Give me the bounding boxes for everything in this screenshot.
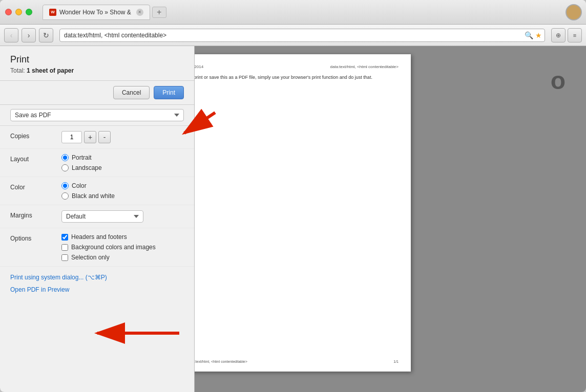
headers-footers-checkbox[interactable] <box>61 234 68 241</box>
color-label: Color <box>10 182 56 191</box>
print-links: Print using system dialog... (⌥⌘P) Open … <box>0 267 194 300</box>
bg-colors-option[interactable]: Background colors and images <box>61 244 184 251</box>
back-button[interactable]: ‹ <box>4 28 18 42</box>
bw-option[interactable]: Black and white <box>61 192 184 200</box>
preview-footer-page: 1/1 <box>393 360 399 363</box>
color-option-label: Color <box>72 182 87 189</box>
zoom-button[interactable]: ⊕ <box>551 28 566 42</box>
sheet-count: 1 sheet of paper <box>27 67 74 74</box>
bg-colors-label: Background colors and images <box>71 244 156 251</box>
close-button[interactable] <box>5 9 12 15</box>
options-row: Options Headers and footers Background c… <box>0 228 194 267</box>
minimize-button[interactable] <box>15 9 22 15</box>
margins-label: Margins <box>10 210 56 219</box>
preview-page-footer: data:text/html, <html contenteditable> 1… <box>187 360 399 363</box>
toolbar-right: ⊕ ≡ <box>551 28 582 42</box>
headers-footers-option[interactable]: Headers and footers <box>61 233 184 241</box>
copies-decrement-button[interactable]: - <box>98 131 111 143</box>
copies-input[interactable] <box>61 131 82 143</box>
copies-label: Copies <box>10 131 56 140</box>
color-radio[interactable] <box>61 182 69 189</box>
landscape-option[interactable]: Landscape <box>61 164 184 171</box>
print-dialog-title: Print <box>10 54 184 65</box>
tab-bar: W Wonder How To » Show & × + <box>43 5 581 20</box>
selection-only-label: Selection only <box>71 254 110 261</box>
preview-footer-url: data:text/html, <html contenteditable> <box>187 360 247 363</box>
selection-only-option[interactable]: Selection only <box>61 254 184 261</box>
browser-toolbar: ‹ › ↻ data:text/html, <html contentedita… <box>0 25 586 46</box>
print-actions: Cancel Print <box>0 81 194 105</box>
tab-close-button[interactable]: × <box>136 9 143 16</box>
landscape-radio[interactable] <box>61 164 69 171</box>
window-controls <box>5 9 32 15</box>
address-bar[interactable]: data:text/html, <html contenteditable> <box>59 29 545 42</box>
address-text: data:text/html, <html contenteditable> <box>64 32 166 39</box>
margins-controls: Default <box>61 210 184 223</box>
portrait-radio[interactable] <box>61 154 69 161</box>
layout-label: Layout <box>10 154 56 163</box>
bg-page-text-right: o <box>540 56 576 105</box>
search-icon[interactable]: 🔍 <box>525 31 533 39</box>
minus-icon: - <box>103 133 106 141</box>
menu-icon: ≡ <box>573 32 576 38</box>
bw-label: Black and white <box>72 192 115 200</box>
print-subtitle: Total: 1 sheet of paper <box>10 67 184 74</box>
cancel-button[interactable]: Cancel <box>113 86 150 99</box>
user-avatar[interactable] <box>566 4 582 20</box>
preview-page: 7/9/2014 data:text/html, <html contented… <box>175 54 411 372</box>
tab-title: Wonder How To » Show & <box>59 9 131 16</box>
portrait-option[interactable]: Portrait <box>61 154 184 161</box>
copies-controls: + - <box>61 131 184 143</box>
print-header: Print Total: 1 sheet of paper <box>0 46 194 81</box>
plus-icon: + <box>88 133 92 141</box>
color-option[interactable]: Color <box>61 182 184 189</box>
layout-controls: Portrait Landscape <box>61 154 184 171</box>
print-button[interactable]: Print <box>154 86 184 99</box>
copies-increment-button[interactable]: + <box>84 131 96 143</box>
new-tab-button[interactable]: + <box>152 7 166 18</box>
headers-footers-label: Headers and footers <box>71 233 127 241</box>
browser-window: W Wonder How To » Show & × + ⤢ ‹ › ↻ dat… <box>0 0 586 392</box>
total-label: Total: <box>10 67 25 74</box>
refresh-icon: ↻ <box>43 31 49 39</box>
menu-button[interactable]: ≡ <box>568 28 582 42</box>
tab-favicon: W <box>49 9 56 16</box>
open-pdf-link[interactable]: Open PDF in Preview <box>10 286 184 293</box>
titlebar: W Wonder How To » Show & × + ⤢ <box>0 0 586 25</box>
preview-page-header: 7/9/2014 data:text/html, <html contented… <box>187 64 399 69</box>
forward-button[interactable]: › <box>22 28 36 42</box>
active-tab[interactable]: W Wonder How To » Show & × <box>43 5 150 20</box>
bw-radio[interactable] <box>61 192 69 200</box>
preview-content: To print or save this as a PDF file, sim… <box>187 74 382 81</box>
margins-row: Margins Default <box>0 205 194 228</box>
destination-select[interactable]: Save as PDF <box>10 109 184 121</box>
copies-row: Copies + - <box>0 126 194 149</box>
refresh-button[interactable]: ↻ <box>39 28 53 42</box>
margins-select[interactable]: Default <box>61 210 143 223</box>
back-icon: ‹ <box>10 31 13 39</box>
portrait-label: Portrait <box>72 154 92 161</box>
print-body: Save as PDF Copies + - <box>0 105 194 392</box>
color-row: Color Color Black and white <box>0 177 194 205</box>
zoom-icon: ⊕ <box>556 32 561 39</box>
destination-section: Save as PDF <box>0 105 194 126</box>
print-dialog: Print Total: 1 sheet of paper Cancel Pri… <box>0 46 195 392</box>
forward-icon: › <box>28 31 30 39</box>
star-icon[interactable]: ★ <box>535 31 542 39</box>
address-bar-container: data:text/html, <html contenteditable> 🔍… <box>59 29 545 42</box>
preview-url: data:text/html, <html contenteditable> <box>330 64 399 69</box>
maximize-button[interactable] <box>26 9 32 15</box>
copies-input-row: + - <box>61 131 184 143</box>
color-controls: Color Black and white <box>61 182 184 200</box>
selection-only-checkbox[interactable] <box>61 254 68 261</box>
system-dialog-link[interactable]: Print using system dialog... (⌥⌘P) <box>10 274 184 281</box>
landscape-label: Landscape <box>72 164 102 171</box>
layout-row: Layout Portrait Landscape <box>0 149 194 177</box>
options-label: Options <box>10 233 56 242</box>
bg-colors-checkbox[interactable] <box>61 244 68 251</box>
content-area: To just o Print Total: 1 sheet of paper … <box>0 46 586 392</box>
options-controls: Headers and footers Background colors an… <box>61 233 184 261</box>
address-bar-icons: 🔍 ★ <box>525 31 542 39</box>
